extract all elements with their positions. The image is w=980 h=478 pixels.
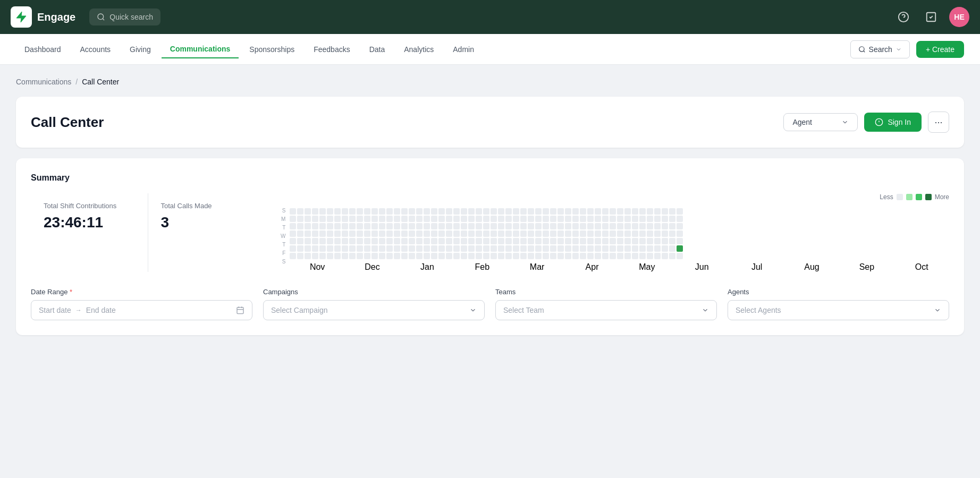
agent-label: Agent: [792, 118, 812, 126]
teams-dropdown[interactable]: Select Team: [495, 300, 717, 320]
heatmap-cell: [416, 245, 423, 252]
nav-item-sponsorships[interactable]: Sponsorships: [241, 41, 303, 58]
create-button[interactable]: + Create: [916, 41, 964, 58]
heatmap-cell: [677, 223, 683, 229]
heatmap-cell: [610, 216, 616, 222]
heatmap-week: [491, 208, 497, 259]
heatmap-cell: [409, 253, 415, 259]
heatmap-cell: [371, 238, 378, 244]
logo[interactable]: Engage: [11, 6, 75, 28]
heatmap-cell: [654, 223, 661, 229]
heatmap-cell: [654, 216, 661, 222]
day-m: M: [281, 216, 288, 223]
nav-item-communications[interactable]: Communications: [162, 40, 239, 58]
heatmap-week: [639, 208, 646, 259]
heatmap-cell: [520, 208, 527, 215]
heatmap-cell: [543, 238, 549, 244]
heatmap-cell: [312, 253, 318, 259]
chevron-down-icon: [934, 306, 941, 314]
heatmap-cell: [662, 231, 668, 237]
heatmap-cell: [624, 216, 631, 222]
heatmap-cell: [528, 216, 534, 222]
secondary-nav: Dashboard Accounts Giving Communications…: [0, 34, 980, 65]
heatmap-cell: [438, 238, 445, 244]
heatmap-cell: [483, 231, 489, 237]
agent-dropdown[interactable]: Agent: [783, 113, 858, 131]
heatmap-cell: [535, 216, 542, 222]
search-label: Quick search: [109, 13, 153, 21]
heatmap-cell: [342, 223, 348, 229]
month-label: Apr: [564, 262, 619, 272]
heatmap-cell: [543, 253, 549, 259]
heatmap-weeks: [290, 208, 949, 259]
heatmap-cell: [491, 223, 497, 229]
quick-search[interactable]: Quick search: [89, 8, 160, 25]
sign-in-button[interactable]: Sign In: [864, 113, 922, 132]
heatmap-cell: [677, 231, 683, 237]
nav-item-giving[interactable]: Giving: [121, 41, 159, 58]
main-content: Communications / Call Center Call Center…: [0, 65, 980, 478]
nav-item-admin[interactable]: Admin: [444, 41, 483, 58]
search-button[interactable]: Search: [850, 40, 910, 58]
heatmap: Less More S M T W T F: [281, 193, 949, 272]
heatmap-cell: [476, 208, 482, 215]
heatmap-cell: [669, 231, 675, 237]
heatmap-cell: [424, 238, 430, 244]
heatmap-cell: [401, 238, 408, 244]
heatmap-cell: [349, 231, 356, 237]
heatmap-cell: [639, 245, 646, 252]
heatmap-cell: [632, 253, 638, 259]
day-s2: S: [281, 258, 288, 266]
heatmap-cell: [654, 208, 661, 215]
heatmap-cell: [513, 245, 519, 252]
nav-item-dashboard[interactable]: Dashboard: [16, 41, 70, 58]
date-range-input[interactable]: Start date → End date: [31, 300, 252, 320]
day-w: W: [281, 233, 288, 240]
search-label: Search: [869, 45, 892, 54]
heatmap-cell: [386, 223, 393, 229]
help-button[interactable]: [894, 7, 913, 27]
heatmap-cell: [587, 216, 594, 222]
breadcrumb-parent[interactable]: Communications: [16, 78, 71, 86]
svg-point-0: [98, 14, 104, 20]
heatmap-cell: [305, 216, 311, 222]
heatmap-week: [483, 208, 489, 259]
heatmap-cell: [550, 238, 556, 244]
callcenter-title: Call Center: [31, 114, 104, 131]
campaigns-dropdown[interactable]: Select Campaign: [263, 300, 485, 320]
create-label: + Create: [926, 45, 954, 54]
nav-item-accounts[interactable]: Accounts: [72, 41, 120, 58]
heatmap-cell: [602, 253, 609, 259]
start-date-placeholder: Start date: [39, 306, 71, 314]
heatmap-cell: [453, 231, 460, 237]
agents-dropdown[interactable]: Select Agents: [728, 300, 949, 320]
end-date-placeholder: End date: [86, 306, 116, 314]
day-t1: T: [281, 224, 288, 232]
heatmap-cell: [342, 208, 348, 215]
avatar[interactable]: HE: [949, 7, 969, 27]
heatmap-week: [624, 208, 631, 259]
heatmap-cell: [647, 253, 653, 259]
heatmap-cell: [416, 238, 423, 244]
heatmap-week: [572, 208, 579, 259]
tasks-button[interactable]: [922, 7, 941, 27]
heatmap-cell: [543, 245, 549, 252]
nav-item-data[interactable]: Data: [361, 41, 394, 58]
heatmap-week: [669, 208, 675, 259]
heatmap-cell: [587, 223, 594, 229]
nav-item-analytics[interactable]: Analytics: [395, 41, 442, 58]
month-label: Mar: [510, 262, 564, 272]
heatmap-cell: [312, 245, 318, 252]
heatmap-cell: [587, 208, 594, 215]
heatmap-cell: [565, 238, 571, 244]
heatmap-cell: [550, 216, 556, 222]
heatmap-cell: [297, 245, 303, 252]
heatmap-cell: [290, 223, 296, 229]
heatmap-cell: [305, 238, 311, 244]
heatmap-cell: [394, 253, 400, 259]
heatmap-cell: [312, 223, 318, 229]
nav-item-feedbacks[interactable]: Feedbacks: [305, 41, 358, 58]
heatmap-cell: [587, 245, 594, 252]
heatmap-cell: [416, 208, 423, 215]
more-button[interactable]: ···: [928, 112, 949, 133]
